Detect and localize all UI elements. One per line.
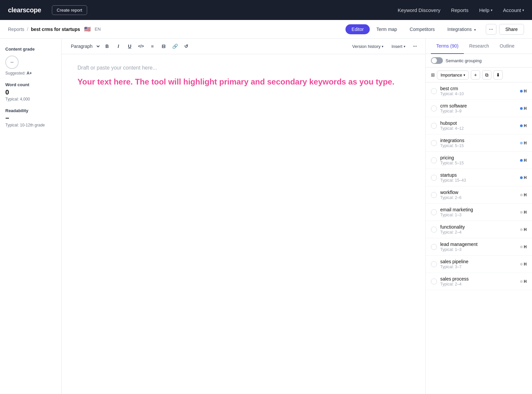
terms-tab[interactable]: Terms (90): [431, 39, 464, 54]
term-dot-icon: [520, 124, 523, 127]
importance-selector[interactable]: Importance ▾: [437, 71, 469, 80]
word-count-typical: Typical: 4,000: [5, 97, 56, 101]
term-checkbox[interactable]: [431, 279, 437, 285]
term-badge: H: [520, 210, 527, 215]
integrations-tab[interactable]: Integrations ▾: [442, 24, 482, 34]
editor-tab[interactable]: Editor: [345, 24, 370, 34]
term-checkbox[interactable]: [431, 227, 437, 233]
word-count-label: Word count: [5, 82, 56, 87]
version-history-button[interactable]: Version history ▾: [349, 43, 387, 50]
readability-block: Readability − Typical: 10-12th grade: [5, 108, 56, 127]
insert-chevron-icon: ▾: [404, 45, 405, 48]
share-button[interactable]: Share: [499, 24, 524, 35]
importance-row: ⊞ Importance ▾ + ⧉ ⬇: [426, 68, 532, 83]
term-badge: H: [520, 158, 527, 163]
download-terms-button[interactable]: ⬇: [493, 70, 503, 80]
term-dot-icon: [520, 176, 523, 179]
breadcrumb-reports[interactable]: Reports: [8, 27, 24, 32]
help-menu[interactable]: Help ▾: [479, 7, 492, 13]
term-map-tab[interactable]: Term map: [370, 24, 403, 34]
italic-button[interactable]: I: [113, 41, 123, 51]
term-name: crm software: [440, 103, 517, 108]
link-button[interactable]: 🔗: [170, 41, 180, 51]
term-item: sales pipelineTypical: 3–7H: [426, 256, 532, 273]
term-checkbox[interactable]: [431, 244, 437, 250]
term-name: functionality: [440, 224, 517, 230]
term-typical: Typical: 2–4: [440, 230, 517, 235]
term-checkbox[interactable]: [431, 261, 437, 267]
filter-icon: ⊞: [431, 72, 435, 78]
keyword-discovery-link[interactable]: Keyword Discovery: [398, 7, 440, 13]
term-item: startupsTypical: 15–43H: [426, 169, 532, 186]
reports-link[interactable]: Reports: [451, 7, 468, 13]
editor-content[interactable]: Draft or paste your content here... Your…: [62, 54, 425, 394]
term-item: email marketingTypical: 1–3H: [426, 204, 532, 221]
term-item: integrationsTypical: 5–15H: [426, 134, 532, 152]
term-badge: H: [520, 175, 527, 180]
toolbar-more-button[interactable]: ···: [410, 41, 420, 51]
terms-list: best crmTypical: 4–10Hcrm softwareTypica…: [426, 83, 532, 394]
create-report-button[interactable]: Create report: [52, 5, 87, 15]
term-badge: H: [520, 141, 527, 145]
term-name: sales pipeline: [440, 259, 517, 264]
right-panel: Terms (90) Research Outline Semantic gro…: [426, 39, 532, 394]
term-checkbox[interactable]: [431, 140, 437, 146]
term-badge: H: [520, 245, 527, 249]
code-button[interactable]: </>: [136, 41, 146, 51]
suggested-value: A+: [27, 71, 32, 76]
semantic-grouping-control: Semantic grouping: [426, 54, 532, 68]
term-checkbox[interactable]: [431, 209, 437, 215]
term-checkbox[interactable]: [431, 175, 437, 181]
term-badge: H: [520, 227, 527, 232]
copy-terms-button[interactable]: ⧉: [482, 70, 491, 80]
paragraph-selector[interactable]: Paragraph Heading 1 Heading 2 Heading 3: [67, 42, 101, 51]
underline-button[interactable]: U: [125, 41, 135, 51]
term-typical: Typical: 1–3: [440, 247, 517, 252]
version-history-chevron-icon: ▾: [382, 45, 383, 48]
term-typical: Typical: 3–7: [440, 265, 517, 269]
left-sidebar: Content grade − Suggested: A+ Word count…: [0, 39, 62, 394]
term-item: pricingTypical: 5–15H: [426, 152, 532, 169]
editor-placeholder: Draft or paste your content here...: [77, 65, 409, 71]
term-item: crm softwareTypical: 3–9H: [426, 100, 532, 117]
term-typical: Typical: 15–43: [440, 178, 517, 183]
term-name: workflow: [440, 190, 517, 195]
term-dot-icon: [520, 142, 523, 144]
term-checkbox[interactable]: [431, 88, 437, 94]
insert-button[interactable]: Insert ▾: [388, 43, 409, 50]
term-dot-icon: [520, 246, 523, 248]
more-options-button[interactable]: ···: [486, 24, 496, 35]
term-checkbox[interactable]: [431, 192, 437, 198]
competitors-tab[interactable]: Competitors: [404, 24, 441, 34]
readability-typical: Typical: 10-12th grade: [5, 123, 56, 127]
flag-icon: 🇺🇸: [84, 26, 91, 32]
term-dot-icon: [520, 194, 523, 196]
semantic-grouping-label: Semantic grouping: [446, 58, 481, 63]
research-tab[interactable]: Research: [464, 39, 494, 54]
suggested-label: Suggested: A+: [5, 71, 56, 76]
readability-label: Readability: [5, 108, 56, 113]
grade-circle: −: [5, 56, 19, 69]
bold-button[interactable]: B: [102, 41, 112, 51]
term-dot-icon: [520, 90, 523, 93]
logo: clearscope: [8, 6, 41, 14]
semantic-grouping-toggle[interactable]: [431, 57, 443, 64]
ordered-list-button[interactable]: ⊟: [159, 41, 169, 51]
term-item: lead managementTypical: 1–3H: [426, 238, 532, 256]
term-name: sales process: [440, 276, 517, 282]
term-checkbox[interactable]: [431, 123, 437, 129]
undo-button[interactable]: ↺: [181, 41, 191, 51]
term-checkbox[interactable]: [431, 157, 437, 163]
bullet-list-button[interactable]: ≡: [147, 41, 157, 51]
term-typical: Typical: 1–3: [440, 213, 517, 217]
term-badge: H: [520, 89, 527, 94]
add-term-button[interactable]: +: [471, 70, 480, 80]
outline-tab[interactable]: Outline: [494, 39, 520, 54]
term-badge: H: [520, 106, 527, 111]
account-menu[interactable]: Account ▾: [503, 7, 524, 13]
term-checkbox[interactable]: [431, 105, 437, 111]
importance-chevron-icon: ▾: [464, 73, 465, 77]
term-item: sales processTypical: 2–4H: [426, 273, 532, 290]
term-badge: H: [520, 279, 527, 284]
content-grade-title: Content grade: [5, 47, 56, 52]
